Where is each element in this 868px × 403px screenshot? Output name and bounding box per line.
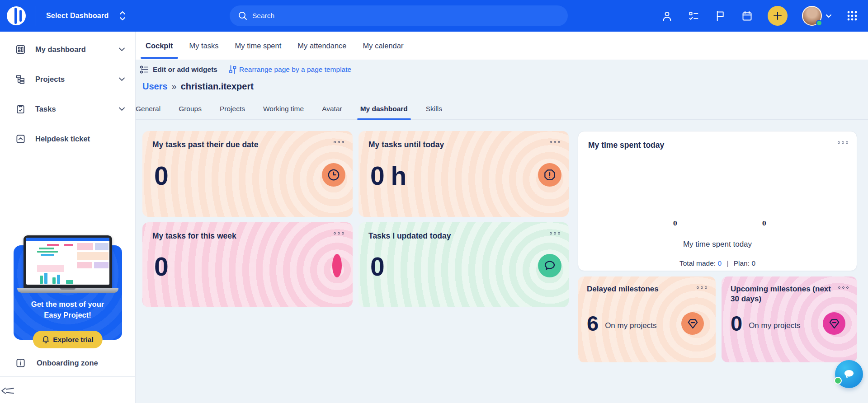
tab-my-attendance[interactable]: My attendance (297, 32, 346, 60)
chevron-down-icon (826, 14, 832, 18)
tab-skills[interactable]: Skills (426, 100, 442, 119)
search-input[interactable] (230, 5, 568, 26)
sidebar-item-label: Onboarding zone (37, 359, 98, 367)
presence-dot (816, 20, 822, 26)
widget-tasks-updated-today[interactable]: Tasks I updated today 0 (359, 222, 569, 307)
sidebar-item-label: My dashboard (35, 45, 86, 54)
widget-menu-icon[interactable] (334, 141, 344, 143)
widget-menu-icon[interactable] (838, 141, 848, 144)
tab-avatar[interactable]: Avatar (322, 100, 342, 119)
info-icon (15, 358, 26, 368)
chart-axis-label: My time spent today (578, 240, 857, 249)
select-dashboard-button[interactable]: Select Dashboard (46, 12, 108, 20)
collapse-sidebar-icon[interactable] (0, 385, 135, 397)
widget-time-spent-today[interactable]: My time spent today 0 0 My time spent to… (578, 131, 857, 271)
tab-my-tasks[interactable]: My tasks (189, 32, 219, 60)
tab-cockpit[interactable]: Cockpit (146, 32, 173, 60)
quick-add-button[interactable] (768, 6, 788, 26)
dashboard-icon (15, 44, 26, 55)
chart-bar-label: 0 (762, 220, 766, 227)
widget-tasks-this-week[interactable]: My tasks for this week 0 (142, 222, 353, 307)
breadcrumb-current-user: christian.itexpert (181, 81, 254, 91)
widget-title: My tasks for this week (152, 231, 343, 241)
trial-promo-card: Get the most of your Easy Project! Explo… (14, 245, 122, 340)
widget-tasks-past-due[interactable]: My tasks past their due date 0 (142, 131, 353, 217)
sidebar-item-tasks[interactable]: Tasks (0, 97, 135, 121)
widget-value: 6 (587, 311, 599, 336)
main-content: Cockpit My tasks My time spent My attend… (136, 32, 868, 403)
week-ellipse-icon (332, 254, 342, 277)
topbar: Select Dashboard (0, 0, 868, 32)
easy-project-logo-icon[interactable] (6, 5, 27, 26)
chevron-down-icon[interactable] (118, 77, 125, 81)
user-avatar-menu[interactable] (802, 6, 832, 26)
widget-menu-icon[interactable] (334, 232, 344, 234)
flag-icon[interactable] (714, 10, 726, 22)
widget-menu-icon[interactable] (550, 141, 560, 143)
bell-icon (42, 335, 49, 344)
tab-groups[interactable]: Groups (179, 100, 202, 119)
promo-text: Get the most of your Easy Project! (20, 299, 116, 321)
tab-projects[interactable]: Projects (220, 100, 245, 119)
widget-menu-icon[interactable] (550, 232, 560, 234)
profile-tabbar: General Groups Projects Working time Ava… (136, 100, 868, 120)
widget-menu-icon[interactable] (697, 286, 707, 289)
tab-my-time-spent[interactable]: My time spent (235, 32, 282, 60)
dashboard-switcher-icon[interactable] (118, 10, 127, 21)
breadcrumb-separator: » (172, 81, 177, 91)
projects-tree-icon (15, 74, 26, 84)
rearrange-icon (228, 65, 237, 75)
widget-value: 0 h (370, 161, 406, 191)
widget-grid: My tasks past their due date 0 My tasks … (142, 131, 861, 362)
tasks-clipboard-icon (15, 104, 26, 114)
widget-subtitle: On my projects (749, 321, 800, 330)
apps-grid-icon[interactable] (846, 10, 858, 22)
sidebar-item-label: Projects (35, 75, 65, 84)
tab-general[interactable]: General (136, 100, 160, 119)
sidebar-item-my-dashboard[interactable]: My dashboard (0, 37, 135, 61)
chart-footer: Total made: 0 | Plan: 0 (578, 259, 857, 267)
warning-octagon-icon (538, 163, 561, 187)
widget-tasks-until-today[interactable]: My tasks until today 0 h (359, 131, 569, 217)
chat-icon (842, 367, 856, 381)
chat-online-dot (834, 377, 842, 384)
sidebar-item-onboarding-zone[interactable]: Onboarding zone (0, 358, 135, 368)
chevron-down-icon[interactable] (118, 47, 125, 52)
widget-title: Tasks I updated today (368, 231, 559, 241)
tab-working-time[interactable]: Working time (263, 100, 304, 119)
tab-my-calendar[interactable]: My calendar (363, 32, 404, 60)
widget-value: 0 (731, 311, 742, 336)
widget-value: 0 (154, 252, 168, 281)
total-made-link[interactable]: 0 (717, 259, 722, 267)
widget-title: My time spent today (588, 140, 847, 150)
chevron-down-icon[interactable] (118, 107, 125, 111)
avatar[interactable] (802, 6, 822, 26)
sidebar-divider (0, 376, 135, 377)
widgets-list-icon (140, 65, 149, 74)
calendar-icon[interactable] (741, 10, 753, 22)
sidebar-item-projects[interactable]: Projects (0, 67, 135, 91)
promo-laptop-image (24, 235, 112, 293)
widget-title: Upcoming milestones (next 30 days) (731, 284, 834, 304)
page-actions: Edit or add widgets Rearrange page by a … (140, 65, 868, 75)
widget-menu-icon[interactable] (838, 286, 849, 289)
sidebar-item-helpdesk-ticket[interactable]: Helpdesk ticket (0, 127, 135, 151)
breadcrumb-users-link[interactable]: Users (142, 81, 168, 91)
rearrange-page-link[interactable]: Rearrange page by a page template (228, 65, 351, 75)
chart-bar-label: 0 (673, 220, 677, 227)
sidebar: My dashboard Projects Tasks Helpdesk tic… (0, 32, 136, 403)
widget-subtitle: On my projects (605, 321, 656, 330)
breadcrumb: Users»christian.itexpert (142, 81, 868, 92)
widget-value: 0 (154, 161, 168, 191)
helpdesk-icon (15, 134, 26, 144)
sidebar-item-label: Tasks (35, 105, 56, 113)
tab-my-dashboard[interactable]: My dashboard (360, 100, 408, 119)
chat-launcher-button[interactable] (835, 360, 863, 388)
user-profile-icon[interactable] (661, 10, 673, 22)
edit-widgets-button[interactable]: Edit or add widgets (140, 65, 217, 74)
checklist-icon[interactable] (688, 10, 700, 22)
explore-trial-button[interactable]: Explore trial (33, 331, 103, 348)
widget-upcoming-milestones[interactable]: Upcoming milestones (next 30 days) 0 On … (722, 276, 857, 362)
widget-delayed-milestones[interactable]: Delayed milestones 6 On my projects (578, 276, 716, 362)
search-icon (238, 11, 248, 21)
